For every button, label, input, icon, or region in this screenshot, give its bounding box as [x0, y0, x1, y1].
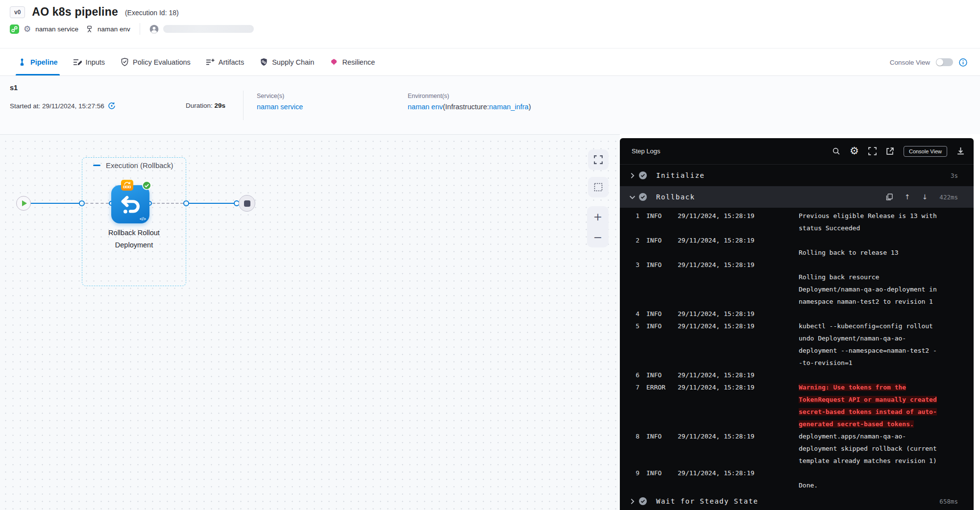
supply-chain-shield-icon	[259, 58, 268, 67]
cd-module-icon	[10, 24, 19, 34]
log-settings-icon[interactable]: ⚙	[850, 146, 859, 156]
environment-icon	[86, 25, 93, 33]
section-duration: 3s	[951, 172, 958, 179]
log-section-wait-steady-state[interactable]: Wait for Steady State 658ms	[620, 492, 974, 510]
service-gear-icon: ⚙	[24, 25, 31, 33]
scroll-up-icon[interactable]: ↑	[905, 193, 910, 201]
section-name: Rollback	[656, 193, 695, 201]
toggle-knob	[936, 59, 943, 66]
console-view-button[interactable]: Console View	[904, 146, 947, 157]
version-badge: v0	[10, 6, 25, 18]
header-title-row: v0 AO k8s pipeline (Execution Id: 18)	[10, 5, 179, 19]
artifacts-icon	[206, 58, 215, 67]
open-in-new-icon[interactable]	[886, 147, 894, 155]
stage-divider	[243, 91, 244, 120]
stage-info-bar: s1 Started at: 29/11/2024, 15:27:56 Dura…	[0, 76, 980, 134]
collapse-group-icon[interactable]	[93, 165, 100, 167]
environment-link[interactable]: naman env	[408, 103, 443, 111]
header-env-name: naman env	[98, 25, 130, 33]
log-search-icon[interactable]	[832, 147, 840, 155]
execution-group-label: Execution (Rollback)	[106, 161, 173, 170]
log-fullscreen-icon[interactable]	[868, 147, 877, 155]
execution-id: (Execution Id: 18)	[125, 7, 179, 17]
pipeline-end-node[interactable]	[239, 195, 255, 212]
copy-logs-icon[interactable]	[886, 194, 893, 200]
stage-started-at: Started at: 29/11/2024, 15:27:56	[10, 102, 116, 110]
execution-tabbar: Pipeline Inputs Policy Evaluations Artif…	[0, 49, 980, 76]
section-name: Initialize	[656, 171, 705, 179]
log-line: 1INFO29/11/2024, 15:28:19Previous eligib…	[632, 210, 958, 234]
zoom-out-button[interactable]: −	[587, 227, 609, 247]
infra-suffix: )	[529, 103, 531, 111]
success-check-icon	[638, 497, 647, 506]
app-header: v0 AO k8s pipeline (Execution Id: 18) ⚙ …	[0, 0, 980, 49]
step-success-badge	[142, 181, 151, 192]
environments-column: Environment(s) naman env(Infrastructure:…	[408, 93, 531, 111]
rollout-type-badge	[121, 180, 133, 191]
duration-value: 29s	[215, 102, 226, 109]
tab-supply-chain[interactable]: Supply Chain	[259, 49, 314, 75]
chevron-right-icon[interactable]	[626, 172, 638, 179]
duration-label: Duration:	[186, 102, 213, 109]
step-logs-header: Step Logs ⚙ Console View	[620, 138, 974, 165]
log-line: 8INFO29/11/2024, 15:28:19deployment.apps…	[632, 430, 958, 467]
chevron-down-icon[interactable]	[626, 195, 638, 199]
rollback-arrow-icon	[119, 193, 142, 216]
redacted-user-email	[163, 25, 254, 33]
console-view-label: Console View	[890, 59, 930, 66]
stop-icon	[244, 200, 250, 207]
infra-prefix: (Infrastructure:	[443, 103, 489, 111]
zoom-in-button[interactable]: +	[587, 206, 609, 227]
inputs-icon	[73, 58, 82, 67]
log-line: 4INFO29/11/2024, 15:28:19	[632, 308, 958, 320]
section-name: Wait for Steady State	[656, 497, 759, 505]
resilience-icon	[329, 58, 338, 67]
avatar	[149, 24, 159, 34]
pipeline-start-node[interactable]	[16, 196, 31, 211]
success-check-icon	[638, 171, 647, 180]
tab-pipeline[interactable]: Pipeline	[18, 49, 58, 75]
execution-screen: v0 AO k8s pipeline (Execution Id: 18) ⚙ …	[0, 0, 980, 510]
section-duration: 422ms	[939, 194, 958, 201]
log-section-rollback[interactable]: Rollback ↑ ↓ 422ms	[620, 186, 974, 208]
log-line: 6INFO29/11/2024, 15:28:19	[632, 369, 958, 381]
console-view-toggle[interactable]	[936, 58, 953, 66]
edge-start-to-group	[31, 203, 82, 204]
log-section-initialize[interactable]: Initialize 3s	[620, 165, 974, 186]
log-line: 9INFO29/11/2024, 15:28:19 Done.	[632, 467, 958, 491]
chevron-right-icon[interactable]	[626, 498, 638, 505]
scroll-down-icon[interactable]: ↓	[922, 193, 928, 201]
pipeline-title: AO k8s pipeline	[32, 5, 118, 19]
services-label: Service(s)	[257, 93, 303, 99]
rollback-log-lines[interactable]: 1INFO29/11/2024, 15:28:19Previous eligib…	[620, 208, 974, 492]
canvas-fullscreen-button[interactable]	[588, 149, 609, 170]
log-line: 5INFO29/11/2024, 15:28:19kubectl --kubec…	[632, 320, 958, 369]
header-meta-row: ⚙ naman service naman env	[10, 24, 254, 34]
section-duration: 658ms	[939, 498, 958, 505]
services-column: Service(s) naman service	[257, 93, 303, 111]
started-at-text: Started at: 29/11/2024, 15:27:56	[10, 102, 104, 110]
tab-resilience[interactable]: Resilience	[329, 49, 375, 75]
history-icon[interactable]	[108, 102, 116, 110]
pipeline-canvas[interactable]: Execution (Rollback) </> Rollback Rollou…	[0, 134, 620, 510]
canvas-marquee-select-button[interactable]	[588, 177, 609, 197]
success-check-icon	[638, 193, 647, 201]
download-logs-icon[interactable]	[956, 147, 965, 155]
play-icon	[22, 200, 27, 206]
execution-group-header: Execution (Rollback)	[93, 161, 173, 170]
stage-name: s1	[10, 84, 18, 92]
step-logs-title: Step Logs	[632, 147, 832, 155]
log-line: 3INFO29/11/2024, 15:28:19 Rolling back r…	[632, 259, 958, 308]
service-link[interactable]: naman service	[257, 103, 303, 111]
tab-policy-evaluations[interactable]: Policy Evaluations	[120, 49, 191, 75]
edge-group-to-end	[189, 203, 234, 204]
environments-label: Environment(s)	[408, 93, 531, 99]
info-icon[interactable]	[959, 58, 967, 67]
log-line-error: 7ERROR29/11/2024, 15:28:19Warning: Use t…	[632, 381, 958, 430]
script-code-glyph: </>	[140, 217, 146, 221]
policy-shield-icon	[120, 58, 129, 67]
infrastructure-link[interactable]: naman_infra	[489, 103, 529, 111]
tab-inputs[interactable]: Inputs	[73, 49, 105, 75]
tab-artifacts[interactable]: Artifacts	[206, 49, 244, 75]
stage-duration: Duration: 29s	[186, 102, 225, 109]
